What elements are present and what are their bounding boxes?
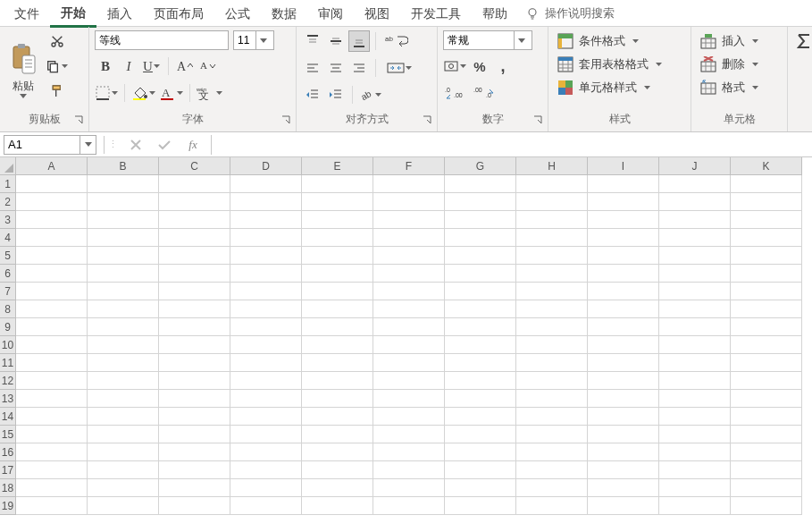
percent-button[interactable]: % — [469, 55, 490, 77]
cell[interactable] — [16, 497, 88, 515]
cell[interactable] — [373, 461, 445, 479]
cell[interactable] — [16, 175, 88, 193]
cell[interactable] — [731, 497, 802, 515]
cell[interactable] — [302, 336, 373, 354]
cell[interactable] — [588, 443, 659, 461]
cell[interactable] — [588, 408, 659, 426]
font-size-combo[interactable] — [233, 30, 274, 50]
cell[interactable] — [588, 283, 659, 300]
column-header[interactable]: F — [373, 157, 445, 175]
cell[interactable] — [88, 479, 159, 497]
cell[interactable] — [302, 497, 373, 515]
cell[interactable] — [373, 265, 445, 283]
increase-decimal-button[interactable]: .0.00 — [443, 82, 470, 104]
cell[interactable] — [516, 229, 588, 247]
cell[interactable] — [588, 354, 659, 372]
format-as-table-button[interactable]: 套用表格格式 — [554, 54, 685, 75]
cell[interactable] — [88, 443, 159, 461]
cell[interactable] — [302, 372, 373, 390]
cell[interactable] — [230, 426, 302, 443]
cell[interactable] — [16, 479, 88, 497]
cell[interactable] — [230, 336, 302, 354]
phonetic-guide-button[interactable]: wén文 — [196, 82, 223, 104]
cell[interactable] — [88, 354, 159, 372]
row-header[interactable]: 14 — [0, 408, 16, 426]
cell[interactable] — [373, 193, 445, 211]
cell[interactable] — [159, 426, 230, 443]
cell[interactable] — [445, 193, 516, 211]
cell[interactable] — [373, 211, 445, 229]
cell[interactable] — [659, 390, 731, 408]
cell[interactable] — [445, 372, 516, 390]
copy-button[interactable] — [45, 55, 69, 77]
cell[interactable] — [230, 193, 302, 211]
cell[interactable] — [659, 211, 731, 229]
cell[interactable] — [230, 300, 302, 318]
italic-button[interactable]: I — [118, 55, 139, 77]
cell[interactable] — [230, 461, 302, 479]
align-right-button[interactable] — [348, 57, 370, 79]
column-header[interactable]: D — [230, 157, 302, 175]
cell[interactable] — [373, 283, 445, 300]
cell[interactable] — [445, 336, 516, 354]
cell[interactable] — [516, 408, 588, 426]
cell[interactable] — [445, 247, 516, 265]
font-size-dropdown[interactable] — [255, 31, 270, 49]
cell[interactable] — [731, 175, 802, 193]
cell[interactable] — [516, 372, 588, 390]
cell[interactable] — [445, 229, 516, 247]
cell[interactable] — [159, 283, 230, 300]
row-header[interactable]: 5 — [0, 247, 16, 265]
cell[interactable] — [302, 461, 373, 479]
cell[interactable] — [731, 247, 802, 265]
cell[interactable] — [88, 461, 159, 479]
cell[interactable] — [302, 354, 373, 372]
cell[interactable] — [16, 390, 88, 408]
cell[interactable] — [16, 426, 88, 443]
cell[interactable] — [159, 390, 230, 408]
cell[interactable] — [302, 318, 373, 336]
cell[interactable] — [159, 300, 230, 318]
column-header[interactable]: G — [445, 157, 516, 175]
cell[interactable] — [445, 497, 516, 515]
cell[interactable] — [302, 229, 373, 247]
row-header[interactable]: 7 — [0, 283, 16, 300]
cell[interactable] — [731, 479, 802, 497]
align-center-button[interactable] — [325, 57, 347, 79]
cell[interactable] — [659, 479, 731, 497]
cell[interactable] — [88, 408, 159, 426]
tell-me-search[interactable]: 操作说明搜索 — [525, 5, 615, 21]
cell[interactable] — [588, 497, 659, 515]
cell[interactable] — [373, 229, 445, 247]
format-cells-button[interactable]: 格式 — [697, 77, 782, 98]
cell[interactable] — [16, 211, 88, 229]
cell[interactable] — [445, 408, 516, 426]
cell[interactable] — [659, 318, 731, 336]
cell[interactable] — [516, 265, 588, 283]
row-header[interactable]: 2 — [0, 193, 16, 211]
cell[interactable] — [88, 283, 159, 300]
cell[interactable] — [88, 247, 159, 265]
row-header[interactable]: 12 — [0, 372, 16, 390]
cell[interactable] — [516, 497, 588, 515]
cell[interactable] — [302, 479, 373, 497]
align-middle-button[interactable] — [325, 30, 347, 52]
cell[interactable] — [731, 229, 802, 247]
cell[interactable] — [659, 408, 731, 426]
cell[interactable] — [230, 229, 302, 247]
row-header[interactable]: 13 — [0, 390, 16, 408]
cell[interactable] — [731, 443, 802, 461]
autosum-button[interactable] — [793, 30, 812, 52]
number-format-dropdown[interactable] — [514, 31, 528, 49]
cell[interactable] — [373, 426, 445, 443]
cell[interactable] — [159, 318, 230, 336]
cell[interactable] — [373, 318, 445, 336]
cell[interactable] — [731, 265, 802, 283]
cell[interactable] — [731, 408, 802, 426]
cell[interactable] — [588, 461, 659, 479]
cell[interactable] — [659, 283, 731, 300]
number-format-combo[interactable] — [443, 30, 532, 50]
cell[interactable] — [302, 408, 373, 426]
cell[interactable] — [445, 300, 516, 318]
row-header[interactable]: 6 — [0, 265, 16, 283]
